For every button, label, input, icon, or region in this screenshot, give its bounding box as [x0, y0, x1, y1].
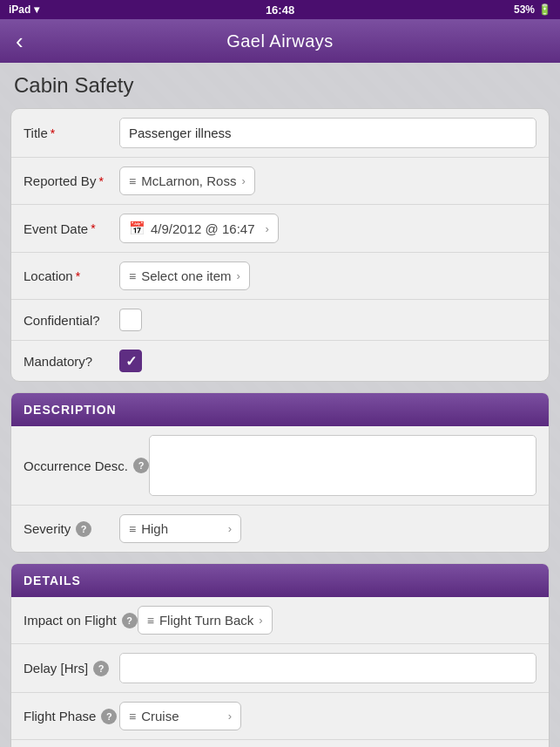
impact-flight-text: Flight Turn Back: [159, 613, 253, 628]
mandatory-row: Mandatory?: [11, 341, 549, 381]
reported-by-text: McLarnon, Ross: [141, 173, 236, 188]
location-list-icon: ≡: [129, 269, 136, 283]
location-required: *: [76, 269, 80, 283]
details-section: DETAILS Impact on Flight ? ≡ Flight Turn…: [10, 563, 550, 747]
severity-value: ≡ High ›: [119, 514, 536, 543]
reported-by-required: *: [98, 174, 103, 188]
reported-by-chevron: ›: [241, 174, 245, 187]
confidential-label: Confidential?: [24, 313, 119, 328]
impact-flight-row: Impact on Flight ? ≡ Flight Turn Back ›: [11, 597, 549, 644]
severity-text: High: [141, 521, 168, 536]
event-date-select[interactable]: 📅 4/9/2012 @ 16:47 ›: [119, 214, 279, 243]
delay-hrs-value: [119, 653, 536, 683]
status-left: iPad ▾: [9, 3, 39, 16]
flight-phase-row: Flight Phase ? ≡ Cruise ›: [11, 693, 549, 740]
location-label: Location *: [24, 268, 119, 283]
occurrence-desc-label: Occurrence Desc. ?: [24, 458, 149, 473]
event-date-row: Event Date * 📅 4/9/2012 @ 16:47 ›: [11, 205, 549, 253]
impact-flight-help-icon[interactable]: ?: [122, 613, 138, 628]
title-input[interactable]: [119, 118, 536, 148]
delay-hrs-row: Delay [Hrs] ?: [11, 644, 549, 693]
battery-icon: 🔋: [538, 3, 551, 16]
confidential-checkbox[interactable]: [119, 309, 142, 331]
calendar-icon: 📅: [129, 221, 145, 236]
confidential-value: [119, 309, 536, 331]
severity-row: Severity ? ≡ High ›: [11, 506, 549, 552]
reported-by-select[interactable]: ≡ McLarnon, Ross ›: [119, 166, 255, 195]
event-date-value: 📅 4/9/2012 @ 16:47 ›: [119, 214, 536, 243]
carrier-label: iPad: [9, 3, 30, 16]
status-bar: iPad ▾ 16:48 53% 🔋: [0, 0, 560, 19]
title-required: *: [51, 126, 55, 140]
reported-by-value: ≡ McLarnon, Ross ›: [119, 166, 536, 195]
battery-label: 53%: [514, 3, 535, 16]
description-header-text: DESCRIPTION: [24, 403, 117, 417]
flight-phase-help-icon[interactable]: ?: [101, 709, 117, 724]
severity-help-icon[interactable]: ?: [76, 521, 91, 537]
delay-hrs-input[interactable]: [119, 653, 536, 683]
page-content: Cabin Safety Title * Reported By * ≡ McL…: [0, 63, 560, 747]
back-button[interactable]: ‹: [9, 24, 30, 58]
main-form-card: Title * Reported By * ≡ McLarnon, Ross ›: [10, 108, 550, 382]
nav-bar: ‹ Gael Airways: [0, 19, 560, 63]
occurrence-desc-value: [149, 435, 536, 496]
event-date-required: *: [91, 221, 95, 235]
flight-phase-value: ≡ Cruise ›: [119, 702, 536, 730]
title-label: Title *: [24, 126, 119, 140]
flight-phase-select[interactable]: ≡ Cruise ›: [119, 702, 241, 730]
location-chevron: ›: [237, 269, 240, 282]
severity-label: Severity ?: [24, 521, 119, 537]
occurrence-desc-textarea[interactable]: [149, 435, 536, 496]
location-value: ≡ Select one item ›: [119, 261, 536, 290]
reported-by-label: Reported By *: [24, 173, 119, 188]
event-date-label: Event Date *: [24, 221, 119, 236]
impact-flight-label: Impact on Flight ?: [24, 613, 138, 628]
reported-by-row: Reported By * ≡ McLarnon, Ross ›: [11, 158, 549, 205]
impact-flight-value: ≡ Flight Turn Back ›: [138, 606, 536, 635]
event-date-chevron: ›: [266, 222, 269, 235]
delay-hrs-help-icon[interactable]: ?: [93, 661, 109, 676]
impact-flight-list-icon: ≡: [147, 614, 154, 628]
severity-list-icon: ≡: [129, 522, 136, 536]
flight-phase-list-icon: ≡: [129, 710, 136, 723]
flight-phase-chevron: ›: [228, 710, 232, 723]
mandatory-value: [119, 350, 536, 372]
occurrence-desc-help-icon[interactable]: ?: [133, 458, 149, 473]
impact-flight-select[interactable]: ≡ Flight Turn Back ›: [138, 606, 273, 635]
description-section: DESCRIPTION Occurrence Desc. ? Severity …: [10, 392, 550, 553]
description-header: DESCRIPTION: [11, 393, 549, 426]
title-row: Title *: [11, 109, 549, 158]
event-date-text: 4/9/2012 @ 16:47: [151, 221, 255, 236]
reported-by-list-icon: ≡: [129, 174, 136, 188]
title-value: [119, 118, 536, 148]
severity-select[interactable]: ≡ High ›: [119, 514, 241, 543]
confidential-row: Confidential?: [11, 300, 549, 341]
location-select[interactable]: ≡ Select one item ›: [119, 261, 250, 290]
location-text: Select one item: [141, 268, 231, 283]
impact-flight-chevron: ›: [259, 614, 262, 627]
wifi-icon: ▾: [34, 3, 39, 16]
status-right: 53% 🔋: [514, 3, 551, 16]
delay-hrs-label: Delay [Hrs] ?: [24, 661, 119, 676]
mandatory-checkbox[interactable]: [119, 350, 142, 372]
occurrence-desc-row: Occurrence Desc. ?: [11, 426, 549, 506]
severity-chevron: ›: [228, 522, 232, 535]
details-header-text: DETAILS: [24, 574, 81, 587]
location-row: Location * ≡ Select one item ›: [11, 253, 549, 300]
status-time: 16:48: [266, 3, 294, 17]
flight-phase-label: Flight Phase ?: [24, 709, 119, 724]
nav-title: Gael Airways: [226, 31, 334, 51]
flight-phase-text: Cruise: [141, 709, 179, 723]
cabin-activity-row: Cabin Activity ? ≡ Select one item ›: [11, 740, 549, 747]
mandatory-label: Mandatory?: [24, 354, 119, 369]
details-header: DETAILS: [11, 564, 549, 597]
page-title: Cabin Safety: [10, 73, 550, 98]
